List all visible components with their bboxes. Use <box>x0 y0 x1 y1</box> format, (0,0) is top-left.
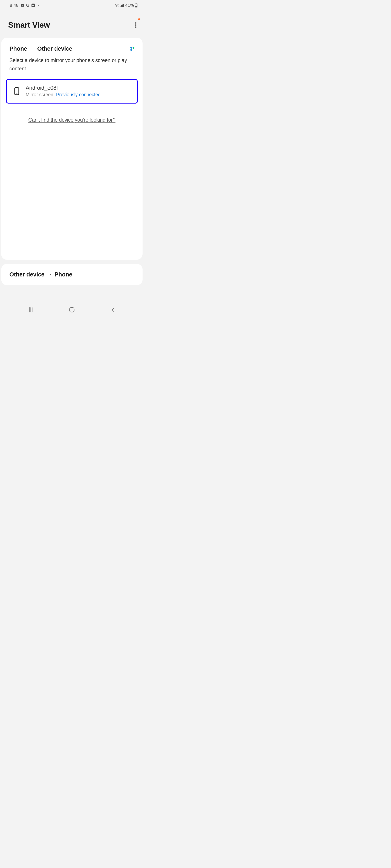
svg-rect-6 <box>121 5 122 7</box>
home-button[interactable] <box>68 306 76 314</box>
svg-rect-0 <box>21 4 24 6</box>
svg-point-3 <box>116 6 117 7</box>
other-to-phone-card[interactable]: Other device → Phone <box>1 264 143 285</box>
status-time: 8:48 <box>10 3 19 8</box>
device-sub-status: Previously connected <box>56 92 101 97</box>
device-item-android-e08f[interactable]: Android_e08f Mirror screen Previously co… <box>6 79 138 103</box>
svg-rect-5 <box>120 6 121 7</box>
picture-icon <box>21 3 25 7</box>
back-button[interactable] <box>109 306 117 314</box>
notification-dot-icon <box>138 18 140 20</box>
recent-apps-button[interactable] <box>27 306 35 314</box>
svg-rect-7 <box>122 4 123 7</box>
svg-text:+: + <box>118 6 119 7</box>
section2-title: Other device → Phone <box>9 271 134 278</box>
section1-title: Phone → Other device <box>9 45 72 52</box>
check-badge-icon <box>31 3 35 7</box>
svg-rect-17 <box>69 308 74 312</box>
smartthings-icon[interactable] <box>130 47 134 51</box>
signal-icon <box>120 3 124 7</box>
phone-icon <box>14 87 20 95</box>
phone-to-other-card: Phone → Other device Select a device to … <box>1 38 143 260</box>
svg-rect-2 <box>32 4 35 7</box>
arrow-right-icon: → <box>47 271 52 278</box>
dot-icon <box>38 5 39 6</box>
device-sub-action: Mirror screen <box>26 92 53 97</box>
battery-text: 41% <box>125 3 134 8</box>
section1-description: Select a device to mirror your phone's s… <box>1 52 143 78</box>
more-menu-button[interactable] <box>135 22 136 29</box>
battery-icon <box>135 3 138 8</box>
page-header: Smart View <box>0 9 144 38</box>
svg-rect-11 <box>135 6 137 7</box>
google-icon: G <box>26 3 30 7</box>
arrow-right-icon: → <box>30 45 35 52</box>
device-name: Android_e08f <box>26 85 101 91</box>
help-link[interactable]: Can't find the device you're looking for… <box>1 103 143 127</box>
wifi-icon: + <box>114 3 119 7</box>
page-title: Smart View <box>8 21 50 30</box>
navigation-bar <box>0 301 144 319</box>
status-bar: 8:48 G + 41% <box>0 0 144 9</box>
svg-rect-8 <box>123 4 124 7</box>
